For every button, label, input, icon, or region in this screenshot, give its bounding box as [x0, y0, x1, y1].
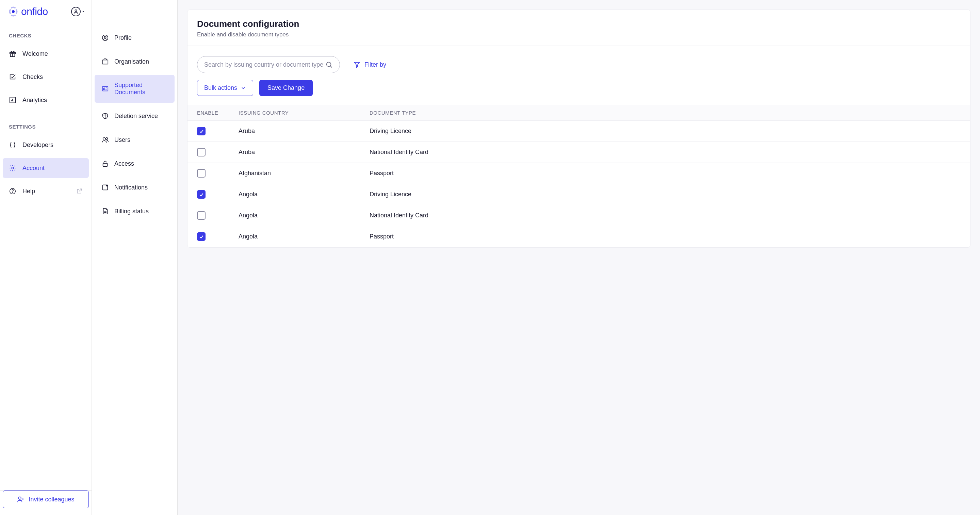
subnav-label: Deletion service	[115, 113, 158, 120]
nav-label: Account	[22, 165, 45, 172]
nav-welcome[interactable]: Welcome	[3, 44, 89, 64]
td-country: Angola	[239, 191, 369, 198]
nav-label: Developers	[22, 141, 53, 149]
td-country: Aruba	[239, 149, 369, 156]
nav-label: Welcome	[22, 50, 48, 57]
bulk-actions-button[interactable]: Bulk actions	[197, 80, 253, 96]
enable-checkbox[interactable]	[197, 127, 205, 135]
braces-icon	[9, 141, 16, 149]
section-label-checks: CHECKS	[3, 30, 89, 44]
svg-rect-18	[102, 60, 108, 64]
checkbox-icon	[9, 73, 16, 81]
td-country: Angola	[239, 233, 369, 240]
subnav-label: Billing status	[115, 208, 149, 215]
td-doctype: National Identity Card	[369, 212, 961, 219]
svg-point-9	[11, 167, 14, 169]
file-icon	[102, 208, 109, 215]
logo[interactable]: onfido	[8, 6, 48, 17]
logo-mark-icon	[8, 6, 18, 17]
subnav-label: Access	[115, 160, 134, 167]
td-country: Afghanistan	[239, 170, 369, 177]
briefcase-icon	[102, 58, 109, 65]
subnav-label: Users	[115, 137, 130, 143]
filter-button[interactable]: Filter by	[353, 61, 386, 68]
user-menu-button[interactable]	[71, 7, 86, 16]
external-link-icon	[76, 188, 83, 195]
svg-point-11	[13, 192, 13, 193]
th-country: ISSUING COUNTRY	[239, 110, 369, 116]
nav-analytics[interactable]: Analytics	[3, 90, 89, 110]
nav-checks[interactable]: Checks	[3, 67, 89, 87]
page-subtitle: Enable and disable document types	[197, 31, 961, 38]
table-row: ArubaDriving Licence	[188, 121, 970, 142]
svg-point-24	[106, 138, 108, 140]
subnav-profile[interactable]: Profile	[95, 27, 175, 48]
subnav-label: Organisation	[115, 58, 149, 65]
svg-marker-32	[355, 62, 360, 67]
user-plus-icon	[17, 496, 24, 503]
enable-checkbox[interactable]	[197, 148, 205, 156]
invite-colleagues-button[interactable]: Invite colleagues	[3, 491, 89, 508]
filter-icon	[353, 61, 360, 68]
td-doctype: Driving Licence	[369, 191, 961, 198]
subnav-label: Notifications	[115, 184, 148, 191]
id-card-icon	[102, 85, 109, 92]
nav-label: Help	[22, 188, 35, 195]
svg-point-17	[104, 36, 106, 38]
notifications-icon	[102, 184, 109, 191]
sidebar-secondary: Profile Organisation Supported Documents…	[92, 0, 178, 515]
svg-rect-19	[102, 87, 108, 91]
table-row: AfghanistanPassport	[188, 163, 970, 184]
td-doctype: Passport	[369, 170, 961, 177]
svg-point-20	[103, 88, 105, 89]
th-enable: ENABLE	[197, 110, 239, 116]
svg-point-1	[75, 10, 76, 11]
search-input[interactable]	[204, 61, 325, 68]
td-country: Angola	[239, 212, 369, 219]
td-doctype: Driving Licence	[369, 127, 961, 135]
subnav-access[interactable]: Access	[95, 153, 175, 174]
sidebar-primary: onfido CHECKS Welcome	[0, 0, 92, 515]
user-icon	[71, 7, 81, 16]
subnav-supported-documents[interactable]: Supported Documents	[95, 75, 175, 103]
svg-line-31	[331, 66, 332, 68]
subnav-label: Profile	[115, 34, 132, 41]
svg-line-12	[79, 189, 82, 192]
main-content: Document configuration Enable and disabl…	[178, 0, 980, 515]
enable-checkbox[interactable]	[197, 232, 205, 241]
subnav-label: Supported Documents	[115, 82, 168, 96]
svg-point-23	[103, 138, 105, 140]
save-change-button[interactable]: Save Change	[259, 80, 313, 96]
enable-checkbox[interactable]	[197, 211, 205, 220]
nav-label: Checks	[22, 73, 43, 81]
subnav-billing[interactable]: Billing status	[95, 201, 175, 222]
subnav-organisation[interactable]: Organisation	[95, 51, 175, 72]
subnav-deletion[interactable]: Deletion service	[95, 105, 175, 127]
enable-checkbox[interactable]	[197, 169, 205, 178]
invite-label: Invite colleagues	[29, 496, 74, 503]
sidebar-header: onfido	[0, 0, 92, 23]
svg-point-0	[12, 10, 14, 13]
nav-label: Analytics	[22, 97, 47, 104]
section-label-settings: SETTINGS	[3, 121, 89, 135]
search-box	[197, 56, 340, 73]
nav-account[interactable]: Account	[3, 158, 89, 178]
td-doctype: Passport	[369, 233, 961, 240]
shield-icon	[102, 112, 109, 120]
svg-point-30	[327, 62, 331, 67]
td-doctype: National Identity Card	[369, 149, 961, 156]
svg-point-27	[106, 185, 108, 187]
nav-developers[interactable]: Developers	[3, 135, 89, 155]
users-icon	[102, 136, 109, 143]
enable-checkbox[interactable]	[197, 190, 205, 199]
logo-text: onfido	[21, 6, 48, 17]
nav-help[interactable]: Help	[3, 181, 89, 201]
profile-icon	[102, 34, 109, 41]
table-header-row: ENABLE ISSUING COUNTRY DOCUMENT TYPE	[188, 105, 970, 121]
subnav-notifications[interactable]: Notifications	[95, 177, 175, 198]
svg-point-13	[19, 497, 21, 499]
th-doctype: DOCUMENT TYPE	[369, 110, 961, 116]
help-icon	[9, 188, 16, 195]
table-row: AngolaNational Identity Card	[188, 205, 970, 226]
subnav-users[interactable]: Users	[95, 129, 175, 150]
